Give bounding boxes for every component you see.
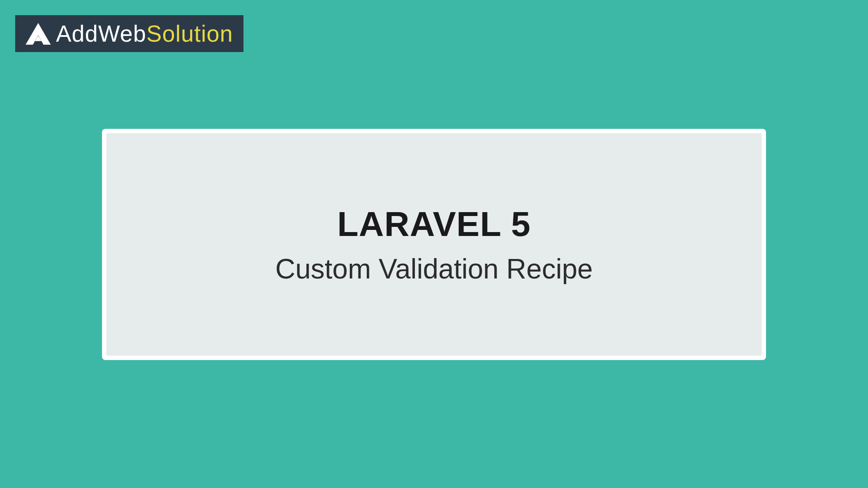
content-card-inner: LARAVEL 5 Custom Validation Recipe <box>106 133 762 356</box>
card-heading: LARAVEL 5 <box>337 204 531 244</box>
logo-container: AddWebSolution <box>15 15 243 52</box>
logo-text-part2: Solution <box>146 21 233 46</box>
triangle-a-icon <box>26 23 51 45</box>
card-subheading: Custom Validation Recipe <box>275 253 593 285</box>
logo-text: AddWebSolution <box>56 20 233 47</box>
logo-text-part1: AddWeb <box>56 21 146 46</box>
content-card-outer: LARAVEL 5 Custom Validation Recipe <box>102 129 766 360</box>
